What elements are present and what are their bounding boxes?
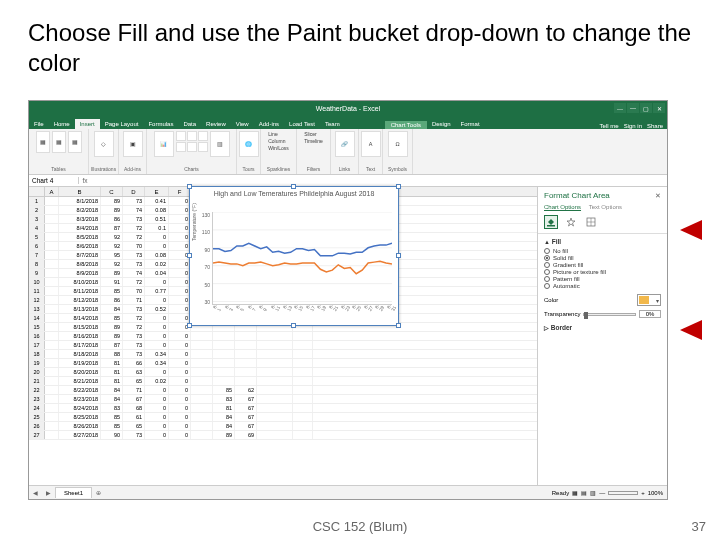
sparkline-winloss[interactable]: Win/Loss — [268, 145, 289, 152]
title-bar: WeatherData - Excel ⋯ — ▢ ✕ — [29, 101, 667, 115]
excel-window: WeatherData - Excel ⋯ — ▢ ✕ File Home In… — [28, 100, 668, 500]
border-section-header[interactable]: Border — [551, 324, 572, 331]
fill-section-header[interactable]: Fill — [552, 238, 561, 245]
group-text: Text — [366, 166, 375, 172]
radio-gradient-fill[interactable]: Gradient fill — [544, 262, 661, 268]
tab-pagelayout[interactable]: Page Layout — [100, 119, 144, 129]
radio-no-fill[interactable]: No fill — [544, 248, 661, 254]
radio-solid-fill[interactable]: Solid fill — [544, 255, 661, 261]
chart-x-axis: 8-18-38-58-78-98-118-138-158-178-198-218… — [212, 307, 392, 321]
status-ready: Ready — [552, 490, 569, 496]
fx-icon[interactable]: fx — [79, 177, 91, 184]
size-props-icon[interactable] — [584, 215, 598, 229]
pivotchart-button[interactable]: ▥ — [210, 131, 230, 157]
fill-line-icon[interactable] — [544, 215, 558, 229]
panel-title: Format Chart Area — [544, 191, 610, 200]
group-filters: Filters — [307, 166, 321, 172]
tab-addins[interactable]: Add-ins — [254, 119, 284, 129]
chart-plot-area[interactable] — [212, 212, 392, 305]
ribbon-opts-icon[interactable]: ⋯ — [614, 103, 626, 113]
chart-y-axis: 13011090705030 — [198, 212, 210, 305]
pivottable-button[interactable]: ▦ — [36, 131, 50, 153]
tab-file[interactable]: File — [29, 119, 49, 129]
symbols-button[interactable]: Ω — [388, 131, 408, 157]
share-button[interactable]: Share — [647, 123, 663, 129]
svg-marker-7 — [567, 218, 575, 226]
chart-type-icon[interactable] — [176, 131, 186, 141]
tab-home[interactable]: Home — [49, 119, 75, 129]
radio-pattern-fill[interactable]: Pattern fill — [544, 276, 661, 282]
table-button[interactable]: ▦ — [68, 131, 82, 153]
add-sheet-button[interactable]: ⊕ — [92, 489, 105, 496]
group-tours: Tours — [242, 166, 254, 172]
col-header[interactable]: B — [59, 187, 101, 196]
transparency-slider[interactable] — [583, 313, 636, 316]
group-symbols: Symbols — [388, 166, 407, 172]
text-options-link[interactable]: Text Options — [589, 204, 622, 210]
group-sparklines: Sparklines — [267, 166, 290, 172]
signin[interactable]: Sign in — [624, 123, 642, 129]
text-button[interactable]: A — [361, 131, 381, 157]
view-layout-icon[interactable]: ▤ — [581, 489, 587, 496]
slide-footer: CSC 152 (Blum) — [0, 519, 720, 534]
chart-type-icon[interactable] — [198, 142, 208, 152]
group-addins: Add-ins — [124, 166, 141, 172]
tab-insert[interactable]: Insert — [75, 119, 100, 129]
sparkline-line[interactable]: Line — [268, 131, 289, 138]
hyperlink-button[interactable]: 🔗 — [335, 131, 355, 157]
tab-formulas[interactable]: Formulas — [143, 119, 178, 129]
radio-picture-fill[interactable]: Picture or texture fill — [544, 269, 661, 275]
view-break-icon[interactable]: ▥ — [590, 489, 596, 496]
slide-title: Choose Fill and use the Paint bucket dro… — [0, 0, 720, 88]
name-box[interactable]: Chart 4 — [29, 177, 79, 184]
transparency-value[interactable]: 0% — [639, 310, 661, 318]
sheet-nav-prev[interactable]: ◀ — [29, 489, 42, 496]
chart-type-icon[interactable] — [198, 131, 208, 141]
sparkline-column[interactable]: Column — [268, 138, 289, 145]
color-label: Color — [544, 297, 558, 303]
tab-data[interactable]: Data — [178, 119, 201, 129]
zoom-slider[interactable] — [608, 491, 638, 495]
tab-team[interactable]: Team — [320, 119, 345, 129]
tab-view[interactable]: View — [231, 119, 254, 129]
chart-type-icon[interactable] — [187, 131, 197, 141]
recommended-pivottables-button[interactable]: ▦ — [52, 131, 66, 153]
3dmap-button[interactable]: 🌐 — [239, 131, 259, 157]
col-header[interactable]: A — [45, 187, 59, 196]
tab-loadtest[interactable]: Load Test — [284, 119, 320, 129]
col-header[interactable]: C — [101, 187, 123, 196]
contextual-group: Chart Tools — [385, 121, 427, 129]
chart-options-link[interactable]: Chart Options — [544, 204, 581, 210]
illustrations-button[interactable]: ◇ — [94, 131, 114, 157]
fill-color-dropdown[interactable]: ▾ — [637, 294, 661, 306]
chart-type-icon[interactable] — [187, 142, 197, 152]
minimize-icon[interactable]: — — [627, 103, 639, 113]
col-header[interactable]: D — [123, 187, 145, 196]
timeline-button[interactable]: Timeline — [304, 138, 323, 145]
tab-review[interactable]: Review — [201, 119, 231, 129]
ribbon: ▦ ▦ ▦ Tables ◇ Illustrations ▣ Add-ins 📊… — [29, 129, 667, 175]
view-normal-icon[interactable]: ▦ — [572, 489, 578, 496]
chart-y-label: Temperature (°F) — [191, 203, 197, 241]
sheet-nav-next[interactable]: ▶ — [42, 489, 55, 496]
sheet-tab[interactable]: Sheet1 — [55, 487, 92, 498]
zoom-value[interactable]: 100% — [648, 490, 663, 496]
chart-type-icon[interactable] — [176, 142, 186, 152]
maximize-icon[interactable]: ▢ — [640, 103, 652, 113]
addins-button[interactable]: ▣ — [123, 131, 143, 157]
radio-automatic[interactable]: Automatic — [544, 283, 661, 289]
transparency-label: Transparency — [544, 311, 580, 317]
panel-close-icon[interactable]: ✕ — [655, 192, 661, 200]
tellme[interactable]: Tell me — [600, 123, 619, 129]
close-icon[interactable]: ✕ — [653, 103, 665, 113]
embedded-chart[interactable]: High and Low Temeratures Phildelphia Aug… — [189, 186, 399, 326]
svg-rect-6 — [547, 225, 555, 227]
tab-design[interactable]: Design — [427, 119, 456, 129]
group-links: Links — [339, 166, 351, 172]
group-charts: Charts — [184, 166, 199, 172]
recommended-charts-button[interactable]: 📊 — [154, 131, 174, 157]
effects-icon[interactable] — [564, 215, 578, 229]
tab-format[interactable]: Format — [456, 119, 485, 129]
col-header[interactable]: E — [145, 187, 169, 196]
slicer-button[interactable]: Slicer — [304, 131, 323, 138]
